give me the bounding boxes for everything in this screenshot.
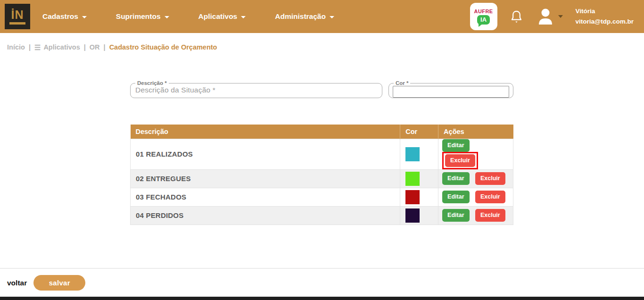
- ia-chat-bubble-icon: IA: [477, 15, 490, 25]
- cell-descricao: 03 FECHADOS: [131, 188, 400, 206]
- cor-field-group: Cor *: [388, 80, 513, 98]
- cell-acoes: Editar Excluir: [438, 206, 513, 225]
- menu-icon: ☰: [34, 44, 41, 51]
- color-swatch: [405, 190, 420, 204]
- breadcrumb-separator: |: [104, 43, 106, 51]
- user-email: vitoria@tdp.com.br: [576, 17, 634, 27]
- table-row: 01 REALIZADOS Editar Excluir: [131, 139, 513, 169]
- nav-label: Aplicativos: [198, 12, 238, 21]
- color-swatch: [405, 147, 420, 161]
- nav-item-administracao[interactable]: Administração: [275, 12, 334, 21]
- color-swatch: [405, 208, 420, 223]
- user-menu[interactable]: [536, 8, 563, 25]
- bottom-dark-strip: [0, 297, 644, 300]
- breadcrumb-separator: |: [29, 43, 31, 51]
- situation-form: Descrição * Cor *: [130, 80, 644, 98]
- cell-cor: [400, 139, 438, 169]
- descricao-field-group: Descrição *: [130, 80, 382, 98]
- cell-acoes: Editar Excluir: [438, 169, 513, 188]
- cell-acoes: Editar Excluir: [438, 139, 513, 169]
- breadcrumb: Início | ☰ Aplicativos | OR | Cadastro S…: [0, 33, 644, 51]
- editar-button[interactable]: Editar: [442, 209, 469, 222]
- aufre-label: AUFRE: [474, 8, 493, 14]
- page-title: Cadastro Situação de Orçamento: [109, 43, 217, 51]
- excluir-button[interactable]: Excluir: [475, 172, 505, 185]
- breadcrumb-or[interactable]: OR: [90, 43, 100, 51]
- cell-cor: [400, 206, 438, 225]
- nav-label: Cadastros: [42, 12, 78, 21]
- header-cor: Cor: [400, 125, 438, 139]
- table-row: 02 ENTREGUES Editar Excluir: [131, 169, 513, 188]
- user-name: Vitória: [576, 6, 634, 17]
- breadcrumb-label: Aplicativos: [43, 43, 80, 51]
- top-navbar: İN Cadastros Suprimentos Aplicativos Adm…: [0, 0, 644, 33]
- excluir-button[interactable]: Excluir: [475, 209, 505, 222]
- cell-descricao: 04 PERDIDOS: [131, 206, 400, 225]
- breadcrumb-aplicativos[interactable]: ☰ Aplicativos: [34, 43, 80, 51]
- descricao-label: Descrição *: [135, 80, 169, 86]
- cor-label: Cor *: [394, 80, 410, 86]
- breadcrumb-inicio[interactable]: Início: [7, 43, 25, 51]
- nav-item-cadastros[interactable]: Cadastros: [42, 12, 87, 21]
- header-right: AUFRE IA Vitória vitoria@tdp.com.br: [470, 3, 634, 30]
- cell-cor: [400, 188, 438, 206]
- excluir-button[interactable]: Excluir: [445, 154, 475, 167]
- nav-label: Suprimentos: [116, 12, 161, 21]
- nav-label: Administração: [275, 12, 326, 21]
- nav-item-suprimentos[interactable]: Suprimentos: [116, 12, 169, 21]
- excluir-button[interactable]: Excluir: [475, 191, 505, 203]
- editar-button[interactable]: Editar: [442, 172, 469, 185]
- aufre-ia-badge[interactable]: AUFRE IA: [470, 3, 497, 30]
- breadcrumb-label: Início: [7, 43, 25, 51]
- table-row: 03 FECHADOS Editar Excluir: [131, 188, 513, 206]
- cell-cor: [400, 169, 438, 188]
- cor-input[interactable]: [393, 86, 509, 98]
- logo-underline: [9, 22, 25, 25]
- cell-descricao: 02 ENTREGUES: [131, 169, 400, 188]
- table-header-row: Descrição Cor Ações: [131, 125, 513, 139]
- avatar-icon: [536, 8, 555, 25]
- nav-item-aplicativos[interactable]: Aplicativos: [198, 12, 246, 21]
- cell-acoes: Editar Excluir: [438, 188, 513, 206]
- header-acoes: Ações: [438, 125, 513, 139]
- notifications-button[interactable]: [510, 9, 523, 24]
- logo-letters: İN: [11, 9, 24, 21]
- voltar-button[interactable]: voltar: [7, 279, 27, 287]
- cell-descricao: 01 REALIZADOS: [131, 139, 400, 169]
- chevron-down-icon: [241, 16, 246, 18]
- breadcrumb-label: OR: [90, 43, 100, 51]
- chevron-down-icon: [165, 16, 169, 18]
- app-logo[interactable]: İN: [5, 4, 30, 29]
- main-nav: Cadastros Suprimentos Aplicativos Admini…: [42, 12, 334, 21]
- descricao-input[interactable]: [133, 86, 374, 96]
- color-swatch: [405, 172, 420, 186]
- bell-icon: [510, 9, 523, 24]
- chevron-down-icon: [558, 15, 563, 18]
- chevron-down-icon: [82, 16, 87, 18]
- user-info: Vitória vitoria@tdp.com.br: [576, 6, 634, 27]
- footer-actions-bar: voltar salvar: [0, 268, 644, 297]
- situations-table: Descrição Cor Ações 01 REALIZADOS Editar…: [130, 125, 513, 225]
- annotation-highlight-box: Excluir: [442, 152, 478, 169]
- situations-table-container: Descrição Cor Ações 01 REALIZADOS Editar…: [130, 125, 513, 225]
- breadcrumb-separator: |: [84, 43, 86, 51]
- editar-button[interactable]: Editar: [442, 139, 469, 152]
- editar-button[interactable]: Editar: [442, 191, 469, 203]
- header-descricao: Descrição: [131, 125, 400, 139]
- salvar-button[interactable]: salvar: [33, 275, 85, 291]
- table-row: 04 PERDIDOS Editar Excluir: [131, 206, 513, 225]
- chevron-down-icon: [330, 16, 334, 18]
